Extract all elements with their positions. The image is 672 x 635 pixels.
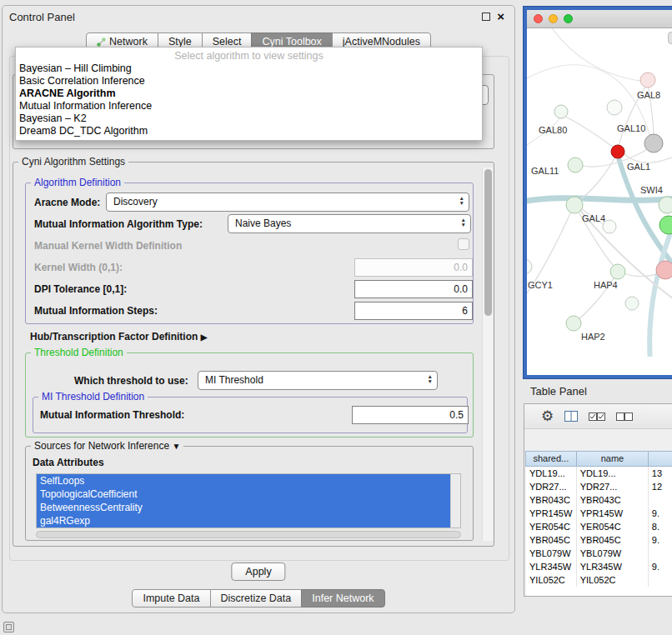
aracne-mode-combo[interactable]: Discovery ▲▼ xyxy=(106,192,469,212)
table-row[interactable]: YDL19...YDL19...13 xyxy=(526,467,672,480)
sources-title-label: Sources for Network Inference xyxy=(34,440,169,452)
cyni-algorithm-settings-group: Cyni Algorithm Settings Algorithm Defini… xyxy=(13,162,494,547)
network-node-gal11[interactable] xyxy=(568,158,583,172)
network-canvas[interactable]: GAL8GAL80GAL10GAL1GAL11SWI4GAL4HAP4GCY1H… xyxy=(527,28,672,357)
table-cell: YER054C xyxy=(577,520,649,533)
table-cell: YPR145W xyxy=(526,507,577,520)
minimize-window-icon[interactable] xyxy=(549,14,558,23)
mi-threshold-field[interactable]: 0.5 xyxy=(352,406,469,424)
list-scrollbar[interactable] xyxy=(450,474,460,528)
table-cell: 9. xyxy=(649,507,672,520)
sources-title[interactable]: Sources for Network Inference ▼ xyxy=(31,440,183,452)
network-node-label: HAP2 xyxy=(581,332,605,342)
network-node-hap4[interactable] xyxy=(610,264,625,279)
network-node[interactable] xyxy=(656,261,672,279)
tab-label: Discretize Data xyxy=(221,592,292,604)
apply-button[interactable]: Apply xyxy=(231,562,285,581)
table-row[interactable]: YLR345WYLR345W9. xyxy=(526,560,672,573)
close-panel-icon[interactable]: × xyxy=(497,12,504,21)
mi-steps-field[interactable]: 6 xyxy=(354,302,473,320)
table-cell: 12 xyxy=(649,480,672,493)
network-node-label: GAL80 xyxy=(539,125,567,135)
tab-impute-data[interactable]: Impute Data xyxy=(132,589,210,608)
data-attributes-label: Data Attributes xyxy=(33,457,104,468)
manual-kernel-width-checkbox xyxy=(458,238,469,250)
panel-dock-icon[interactable] xyxy=(3,622,14,632)
table-cell: YDL19... xyxy=(577,467,649,480)
kernel-width-field: 0.0 xyxy=(354,258,473,277)
table-row[interactable]: YPR145WYPR145W9. xyxy=(526,507,672,520)
zoom-window-icon[interactable] xyxy=(564,14,573,23)
dropdown-item-dream8-dc-tdc-algorithm[interactable]: Dream8 DC_TDC Algorithm xyxy=(16,125,482,138)
dropdown-item-basic-correlation-inference[interactable]: Basic Correlation Inference xyxy=(16,75,482,88)
table-header-row: shared...name xyxy=(526,451,672,467)
network-node-gal8[interactable] xyxy=(640,72,655,88)
gear-icon[interactable]: ⚙ xyxy=(541,409,554,423)
network-node-gcy1[interactable] xyxy=(527,259,532,274)
network-node-swi4[interactable] xyxy=(659,197,672,213)
threshold-definition-title: Threshold Definition xyxy=(31,347,127,358)
table-row[interactable]: YDR27...YDR27...12 xyxy=(526,480,672,493)
mi-steps-label: Mutual Information Steps: xyxy=(34,305,158,317)
which-threshold-label: Which threshold to use: xyxy=(74,375,188,387)
dropdown-item-bayesian-k2[interactable]: Bayesian – K2 xyxy=(16,112,482,125)
which-threshold-combo[interactable]: MI Threshold ▲▼ xyxy=(198,371,438,390)
table-cell: YBR043C xyxy=(577,493,649,507)
table-cell: 13 xyxy=(649,467,672,480)
network-node[interactable] xyxy=(625,297,639,310)
close-window-icon[interactable] xyxy=(534,14,543,23)
column-header-shared[interactable]: shared... xyxy=(525,451,577,467)
select-all-checkboxes-icon[interactable] xyxy=(589,412,605,421)
mi-type-value: Naive Bayes xyxy=(235,218,291,229)
network-node-label: HAP4 xyxy=(594,280,618,290)
network-node[interactable] xyxy=(659,216,672,234)
table-row[interactable]: YER054CYER054C8. xyxy=(526,520,672,533)
list-horizontal-scrollbar[interactable] xyxy=(36,531,461,538)
settings-scrollbar-thumb[interactable] xyxy=(484,169,492,316)
network-node-hap2[interactable] xyxy=(566,316,581,331)
hub-tf-definition-toggle[interactable]: Hub/Transcription Factor Definition ▶ xyxy=(30,331,207,342)
tab-discretize-data[interactable]: Discretize Data xyxy=(210,589,303,608)
network-node-gal1[interactable] xyxy=(611,145,624,158)
table-cell: YLR345W xyxy=(577,560,649,573)
table-row[interactable]: YBL079WYBL079W xyxy=(526,547,672,560)
mi-algorithm-type-combo[interactable]: Naive Bayes ▲▼ xyxy=(228,214,471,233)
tab-label: Network xyxy=(109,36,148,48)
network-edge xyxy=(578,153,617,201)
control-panel-title: Control Panel xyxy=(9,11,75,23)
dropdown-item-bayesian-hill-climbing[interactable]: Bayesian – Hill Climbing xyxy=(16,62,482,75)
table-cell: YBR045C xyxy=(526,533,577,547)
attribute-item-selfloops[interactable]: SelfLoops xyxy=(37,474,450,488)
network-node-gal80[interactable] xyxy=(554,105,568,118)
attribute-item-gal4rgexp[interactable]: gal4RGexp xyxy=(37,514,450,528)
table-row[interactable]: YBR043CYBR043C xyxy=(526,493,672,507)
canvas-scrollbar[interactable] xyxy=(668,32,672,44)
dropdown-item-mutual-information-inference[interactable]: Mutual Information Inference xyxy=(16,100,482,112)
tab-label: Style xyxy=(168,36,192,48)
network-node-gal10[interactable] xyxy=(644,134,663,152)
table-cell: YER054C xyxy=(526,520,577,533)
float-panel-icon[interactable] xyxy=(482,12,490,21)
dpi-tolerance-field[interactable]: 0.0 xyxy=(354,280,473,298)
network-node[interactable] xyxy=(607,100,622,115)
algorithm-definition-group: Algorithm Definition Aracne Mode: Discov… xyxy=(25,182,474,324)
table-row[interactable]: YIL052CYIL052C xyxy=(526,573,672,587)
tab-infer-network[interactable]: Infer Network xyxy=(301,589,384,608)
columns-icon[interactable] xyxy=(564,411,578,422)
clear-checkboxes-icon[interactable] xyxy=(616,412,633,421)
aracne-mode-label: Aracne Mode: xyxy=(34,197,100,208)
network-node-label: GAL1 xyxy=(627,162,650,172)
network-node-gal4[interactable] xyxy=(566,197,583,213)
table-cell: YBL079W xyxy=(577,547,649,560)
threshold-definition-group: Threshold Definition Which threshold to … xyxy=(25,352,474,438)
dropdown-item-aracne-algorithm[interactable]: ARACNE Algorithm xyxy=(16,88,482,100)
attribute-item-topologicalcoefficient[interactable]: TopologicalCoefficient xyxy=(37,488,450,501)
attribute-item-betweennesscentrality[interactable]: BetweennessCentrality xyxy=(37,501,450,514)
table-row[interactable]: YBR045CYBR045C9. xyxy=(526,533,672,547)
column-header-name[interactable]: name xyxy=(576,451,649,467)
network-node[interactable] xyxy=(603,220,616,233)
table-cell: YIL052C xyxy=(577,573,649,587)
combo-arrows-icon: ▲▼ xyxy=(428,374,433,384)
column-header-extra[interactable] xyxy=(648,451,672,467)
network-node-label: GCY1 xyxy=(528,280,553,290)
